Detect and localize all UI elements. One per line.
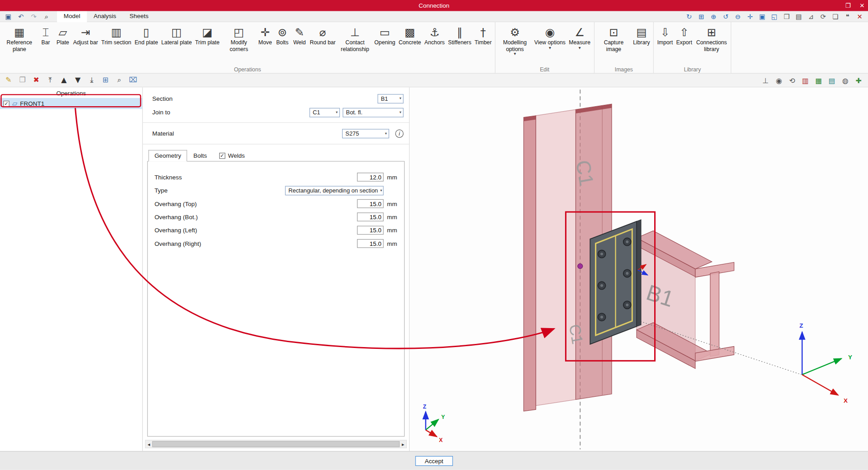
previous-view-icon[interactable]: ◱	[770, 13, 778, 20]
ribbon-item-reference-plane[interactable]: ▦ Reference plane	[2, 24, 37, 53]
view-lcs-icon[interactable]: ⊥	[762, 76, 769, 84]
close-window-button[interactable]: ✕	[859, 2, 864, 9]
section-select[interactable]: B1 ▾	[377, 94, 404, 103]
scroll-left-icon[interactable]: ◂	[146, 442, 152, 447]
tab-geometry[interactable]: Geometry	[148, 150, 187, 162]
window-layout-icon[interactable]: ❒	[783, 13, 790, 20]
copy-icon[interactable]: ❐	[18, 76, 26, 85]
ribbon-item-modelling-options[interactable]: ⚙ Modelling options ▾	[497, 24, 533, 58]
ribbon-item-weld[interactable]: ✎ Weld	[291, 24, 308, 47]
tab-model[interactable]: Model	[57, 11, 87, 22]
tree-view-icon[interactable]: ⊞	[101, 76, 109, 85]
redo-icon[interactable]: ↷	[30, 13, 38, 20]
ribbon-item-round-bar[interactable]: ⌀ Round bar	[308, 24, 337, 47]
move-bottom-icon[interactable]: ⤓	[87, 76, 95, 85]
refresh-view-icon[interactable]: ⟳	[819, 13, 827, 20]
ribbon-item-bar[interactable]: ⌶ Bar	[37, 24, 54, 47]
zoom-in-icon[interactable]: ⊕	[710, 13, 717, 20]
ribbon-item-modify-corners[interactable]: ◰ Modify corners	[221, 24, 256, 53]
ribbon-item-timber[interactable]: † Timber	[473, 24, 493, 47]
ribbon-item-adjust-bar[interactable]: ⇥ Adjust bar	[71, 24, 99, 47]
join-member-select[interactable]: C1 ▾	[309, 108, 340, 117]
ribbon-item-move[interactable]: ✛ Move	[257, 24, 274, 47]
save-icon[interactable]: ▣	[5, 13, 12, 20]
horizontal-scrollbar[interactable]: ◂ ▸	[145, 440, 407, 448]
overhang-right-input[interactable]	[357, 239, 384, 248]
ribbon-item-connections-library[interactable]: ⊞ Connections library	[694, 24, 729, 53]
adjust-bar-icon: ⇥	[81, 25, 90, 39]
ribbon-item-capture-image[interactable]: ⊡ Capture image	[596, 24, 631, 53]
ribbon-item-trim-plate[interactable]: ◪ Trim plate	[193, 24, 221, 47]
ribbon-item-contact-relationship[interactable]: ⊥ Contact relationship	[337, 24, 373, 53]
view-grid-icon[interactable]: ▦	[815, 76, 822, 84]
pencil-icon[interactable]: ✎	[5, 76, 13, 85]
ribbon-item-import[interactable]: ⇩ Import	[656, 24, 675, 47]
zoom-out-icon[interactable]: ⊖	[734, 13, 742, 20]
move-down-icon[interactable]: ▼	[74, 76, 82, 85]
info-icon[interactable]: i	[395, 129, 403, 137]
overhang-bot-input[interactable]	[357, 212, 384, 221]
tab-bolts[interactable]: Bolts	[187, 150, 213, 162]
view-connect-icon[interactable]: ✚	[855, 76, 863, 84]
front1-checkbox[interactable]: ✓	[3, 100, 9, 106]
magnifier-icon[interactable]: ⌕	[115, 76, 123, 85]
overhang-top-input[interactable]	[357, 199, 384, 208]
origin-x-label: X	[439, 437, 443, 443]
close-view-icon[interactable]: ✕	[856, 13, 863, 20]
tab-analysis[interactable]: Analysis	[87, 11, 123, 22]
delete-cross-icon[interactable]: ✖	[32, 76, 40, 85]
viewport-3d[interactable]: C1 B1	[410, 87, 868, 451]
undo-icon[interactable]: ↶	[17, 13, 25, 20]
accept-button[interactable]: Accept	[415, 456, 453, 466]
menu-row: ▣ ↶ ↷ ⌕ Model Analysis Sheets ↻ ⊞	[0, 11, 868, 22]
end-plate[interactable]	[590, 220, 641, 344]
ribbon-item-plate[interactable]: ▱ Plate	[54, 24, 71, 47]
ribbon-item-view-options[interactable]: ◉ View options ▾	[533, 24, 567, 52]
fit-view-icon[interactable]: ▣	[759, 13, 766, 20]
search-icon[interactable]: ⌕	[42, 13, 50, 20]
view-mesh-icon[interactable]: ▤	[828, 76, 836, 84]
chart-view-icon[interactable]: ⊿	[807, 13, 815, 20]
ribbon-item-end-plate[interactable]: ▯ End plate	[133, 24, 160, 47]
material-select[interactable]: S275 ▾	[342, 129, 389, 138]
ribbon-item-anchors[interactable]: ⚓ Anchors	[423, 24, 446, 47]
ribbon-item-measure[interactable]: ∠ Measure ▾	[567, 24, 592, 52]
ribbon-item-image-library[interactable]: ▤ Library	[632, 24, 652, 47]
zoom-window-icon[interactable]: ⊞	[698, 13, 705, 20]
unit-label: mm	[387, 214, 401, 221]
view-members-icon[interactable]: ▥	[802, 76, 809, 84]
rotate-view-icon[interactable]: ↻	[685, 13, 693, 20]
overhang-left-input[interactable]	[357, 226, 384, 235]
type-select[interactable]: Rectangular, depending on section ▾	[285, 186, 384, 195]
tab-sheets[interactable]: Sheets	[123, 11, 155, 22]
view-orbit-icon[interactable]: ⟲	[788, 76, 796, 84]
ribbon-item-stiffeners[interactable]: ∥ Stiffeners	[446, 24, 473, 47]
node-point[interactable]	[578, 263, 583, 268]
welds-checkbox[interactable]: ✓	[219, 152, 225, 158]
view-visibility-icon[interactable]: ◍	[841, 76, 849, 84]
ribbon-item-export[interactable]: ⇧ Export	[675, 24, 694, 47]
check-icon: ✓	[220, 152, 224, 158]
scrollbar-thumb[interactable]	[152, 441, 400, 447]
tree-item-label: FRONT1	[20, 100, 44, 107]
tree-item-front1[interactable]: ✓ ▱ FRONT1	[0, 98, 142, 109]
restore-window-button[interactable]: ❐	[845, 2, 851, 9]
move-top-icon[interactable]: ⤒	[46, 76, 54, 85]
ribbon-item-lateral-plate[interactable]: ◫ Lateral plate	[160, 24, 193, 47]
tab-welds[interactable]: ✓ Welds	[213, 150, 251, 162]
move-up-icon[interactable]: ▲	[60, 76, 68, 85]
comment-view-icon[interactable]: ❝	[844, 13, 851, 20]
scroll-right-icon[interactable]: ▸	[400, 442, 406, 447]
join-part-select[interactable]: Bot. fl. ▾	[343, 108, 404, 117]
ribbon-item-trim-section[interactable]: ▥ Trim section	[99, 24, 133, 47]
ribbon-item-concrete[interactable]: ▩ Concrete	[397, 24, 423, 47]
ribbon-item-bolts[interactable]: ⊚ Bolts	[274, 24, 291, 47]
zoom-all-icon[interactable]: ↺	[722, 13, 730, 20]
thickness-input[interactable]	[357, 173, 384, 182]
report-view-icon[interactable]: ▤	[795, 13, 802, 20]
print-view-icon[interactable]: ❏	[831, 13, 839, 20]
trash-icon[interactable]: ⌧	[129, 76, 137, 85]
view-camera-icon[interactable]: ◉	[775, 76, 783, 84]
pan-view-icon[interactable]: ✛	[746, 13, 754, 20]
ribbon-item-opening[interactable]: ▭ Opening	[373, 24, 397, 47]
